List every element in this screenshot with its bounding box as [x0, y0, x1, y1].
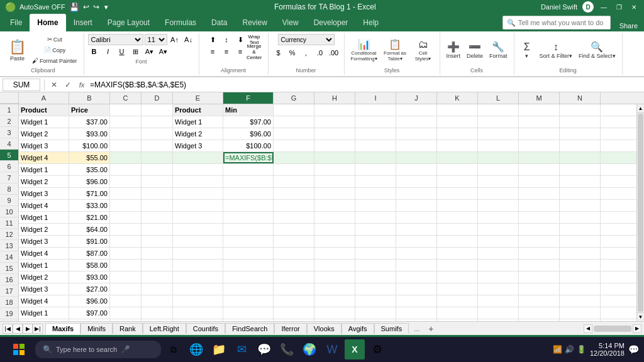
cell-c3[interactable] — [110, 128, 142, 140]
cell-b13[interactable]: $87.00 — [69, 248, 110, 259]
cell-n9[interactable] — [560, 200, 601, 211]
cell-m9[interactable] — [519, 200, 560, 211]
align-left-button[interactable]: ≡ — [206, 46, 219, 57]
cell-e1[interactable]: Product — [173, 104, 223, 116]
font-color-button[interactable]: A▾ — [157, 46, 170, 57]
minimize-btn[interactable]: — — [599, 2, 609, 12]
cell-d2[interactable] — [142, 116, 173, 128]
cell-a14[interactable]: Widget 1 — [19, 260, 69, 271]
cell-h8[interactable] — [314, 188, 355, 199]
cell-g14[interactable] — [274, 260, 314, 271]
cell-b9[interactable]: $33.00 — [69, 200, 110, 211]
cell-n17[interactable] — [560, 295, 601, 307]
row-15[interactable]: 15 — [0, 263, 18, 274]
tab-page-layout[interactable]: Page Layout — [100, 14, 157, 31]
cell-a4[interactable]: Widget 3 — [19, 140, 69, 151]
cell-m19[interactable] — [519, 319, 560, 321]
font-size-select[interactable]: 11 — [145, 34, 167, 45]
cell-a8[interactable]: Widget 3 — [19, 188, 69, 199]
cell-a7[interactable]: Widget 2 — [19, 176, 69, 187]
cell-c19[interactable] — [110, 319, 142, 321]
col-header-m[interactable]: M — [519, 92, 560, 104]
cell-g16[interactable] — [274, 283, 314, 295]
cell-g7[interactable] — [274, 176, 314, 187]
row-20[interactable]: 20 — [0, 319, 18, 321]
col-header-l[interactable]: L — [478, 92, 519, 104]
cell-m8[interactable] — [519, 188, 560, 199]
cell-a12[interactable]: Widget 3 — [19, 236, 69, 247]
cell-k6[interactable] — [437, 164, 478, 175]
tab-view[interactable]: View — [275, 14, 306, 31]
name-box[interactable] — [3, 79, 40, 91]
cell-f13[interactable] — [223, 248, 274, 259]
cell-d14[interactable] — [142, 260, 173, 271]
scroll-thumb[interactable] — [638, 114, 643, 312]
cell-g10[interactable] — [274, 212, 314, 223]
cell-l19[interactable] — [478, 319, 519, 321]
cell-b11[interactable]: $64.00 — [69, 224, 110, 235]
cell-h14[interactable] — [314, 260, 355, 271]
find-select-button[interactable]: 🔍 Find & Select▾ — [576, 40, 618, 60]
cell-i1[interactable] — [355, 104, 396, 116]
cell-a1[interactable]: Product — [19, 104, 69, 116]
cell-j19[interactable] — [396, 319, 437, 321]
cell-b17[interactable]: $96.00 — [69, 295, 110, 307]
cell-a19[interactable]: Widget 2 — [19, 319, 69, 321]
cell-b14[interactable]: $58.00 — [69, 260, 110, 271]
cell-n15[interactable] — [560, 272, 601, 283]
cell-l2[interactable] — [478, 116, 519, 128]
cell-g4[interactable] — [274, 140, 314, 151]
cell-m12[interactable] — [519, 236, 560, 247]
cell-g13[interactable] — [274, 248, 314, 259]
cell-f3[interactable]: $96.00 — [223, 128, 274, 140]
start-button[interactable] — [5, 337, 33, 362]
insert-function-btn[interactable]: fx — [76, 79, 87, 90]
edge-icon[interactable]: 🌐 — [186, 339, 206, 359]
cell-d8[interactable] — [142, 188, 173, 199]
cell-b4[interactable]: $100.00 — [69, 140, 110, 151]
cell-j13[interactable] — [396, 248, 437, 259]
tab-more[interactable]: ... — [409, 324, 425, 334]
cell-g8[interactable] — [274, 188, 314, 199]
row-1[interactable]: 1 — [0, 104, 18, 116]
cell-f10[interactable] — [223, 212, 274, 223]
word-icon[interactable]: W — [322, 339, 342, 359]
sheet-tab-iferror[interactable]: Iferror — [274, 323, 306, 334]
cell-i5[interactable] — [355, 152, 396, 163]
cell-l1[interactable] — [478, 104, 519, 116]
cell-d13[interactable] — [142, 248, 173, 259]
col-header-j[interactable]: J — [396, 92, 437, 104]
cell-a13[interactable]: Widget 4 — [19, 248, 69, 259]
tab-formulas[interactable]: Formulas — [157, 14, 204, 31]
cell-k19[interactable] — [437, 319, 478, 321]
cell-h12[interactable] — [314, 236, 355, 247]
row-9[interactable]: 9 — [0, 195, 18, 206]
cell-j9[interactable] — [396, 200, 437, 211]
cell-c2[interactable] — [110, 116, 142, 128]
cell-k14[interactable] — [437, 260, 478, 271]
cell-d15[interactable] — [142, 272, 173, 283]
cell-h10[interactable] — [314, 212, 355, 223]
cell-f9[interactable] — [223, 200, 274, 211]
tell-me-bar[interactable]: 🔍 — [502, 16, 611, 30]
tab-home[interactable]: Home — [30, 14, 65, 31]
cell-h16[interactable] — [314, 283, 355, 295]
format-cells-button[interactable]: 🔧 Format — [487, 40, 510, 60]
delete-cells-button[interactable]: ➖ Delete — [464, 40, 486, 60]
cell-b2[interactable]: $37.00 — [69, 116, 110, 128]
cell-n4[interactable] — [560, 140, 601, 151]
sheet-tab-maxifs[interactable]: Maxifs — [45, 323, 80, 334]
cell-m5[interactable] — [519, 152, 560, 163]
cell-k4[interactable] — [437, 140, 478, 151]
cell-j10[interactable] — [396, 212, 437, 223]
cell-a10[interactable]: Widget 1 — [19, 212, 69, 223]
cell-n8[interactable] — [560, 188, 601, 199]
cell-n16[interactable] — [560, 283, 601, 295]
cell-a18[interactable]: Widget 1 — [19, 307, 69, 319]
cell-g2[interactable] — [274, 116, 314, 128]
cell-b1[interactable]: Price — [69, 104, 110, 116]
row-13[interactable]: 13 — [0, 240, 18, 251]
cell-g19[interactable] — [274, 319, 314, 321]
cell-f17[interactable] — [223, 295, 274, 307]
cell-b12[interactable]: $91.00 — [69, 236, 110, 247]
